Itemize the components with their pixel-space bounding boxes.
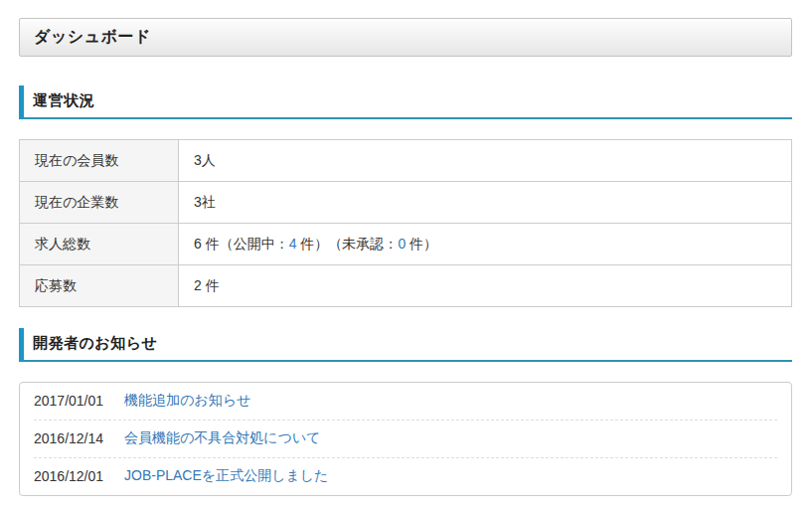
page-header-bar: ダッシュボード	[19, 18, 792, 57]
section-heading-news: 開発者のお知らせ	[19, 328, 792, 362]
news-item: 2017/01/01 機能追加のお知らせ	[34, 383, 777, 421]
row-label-companies: 現在の企業数	[20, 182, 179, 224]
jobs-unapproved-count-link[interactable]: 0	[398, 236, 406, 252]
news-section-title: 開発者のお知らせ	[33, 334, 792, 353]
jobs-middle-text: 件）（未承認：	[296, 236, 398, 252]
section-heading-status: 運営状況	[19, 85, 792, 119]
status-section-title: 運営状況	[33, 91, 792, 110]
row-value-applications: 2 件	[179, 265, 792, 307]
table-row-companies: 現在の企業数 3社	[20, 182, 792, 224]
row-value-companies: 3社	[179, 182, 792, 224]
news-item-link[interactable]: JOB-PLACEを正式公開しました	[124, 467, 328, 485]
row-label-members: 現在の会員数	[20, 140, 179, 182]
table-row-jobs: 求人総数 6 件（公開中：4 件）（未承認：0 件）	[20, 224, 792, 265]
jobs-total-text: 6 件（公開中：	[194, 236, 289, 252]
row-value-members: 3人	[179, 140, 792, 182]
table-row-applications: 応募数 2 件	[20, 265, 792, 307]
row-label-applications: 応募数	[20, 265, 179, 307]
dashboard-content: ダッシュボード 運営状況 現在の会員数 3人 現在の企業数 3社 求人総数 6 …	[19, 18, 792, 496]
news-item-link[interactable]: 機能追加のお知らせ	[124, 392, 250, 410]
news-item: 2016/12/14 会員機能の不具合対処について	[34, 421, 777, 458]
jobs-suffix-text: 件）	[406, 236, 437, 252]
news-list: 2017/01/01 機能追加のお知らせ 2016/12/14 会員機能の不具合…	[19, 382, 792, 496]
news-item-date: 2016/12/01	[34, 468, 112, 484]
news-item: 2016/12/01 JOB-PLACEを正式公開しました	[34, 458, 777, 495]
row-value-jobs: 6 件（公開中：4 件）（未承認：0 件）	[179, 224, 792, 265]
status-table: 現在の会員数 3人 現在の企業数 3社 求人総数 6 件（公開中：4 件）（未承…	[19, 139, 792, 307]
page-title: ダッシュボード	[34, 27, 151, 48]
news-item-date: 2017/01/01	[34, 393, 112, 409]
table-row-members: 現在の会員数 3人	[20, 140, 792, 182]
news-item-link[interactable]: 会員機能の不具合対処について	[124, 429, 321, 447]
news-item-date: 2016/12/14	[34, 430, 112, 446]
row-label-jobs: 求人総数	[20, 224, 179, 265]
